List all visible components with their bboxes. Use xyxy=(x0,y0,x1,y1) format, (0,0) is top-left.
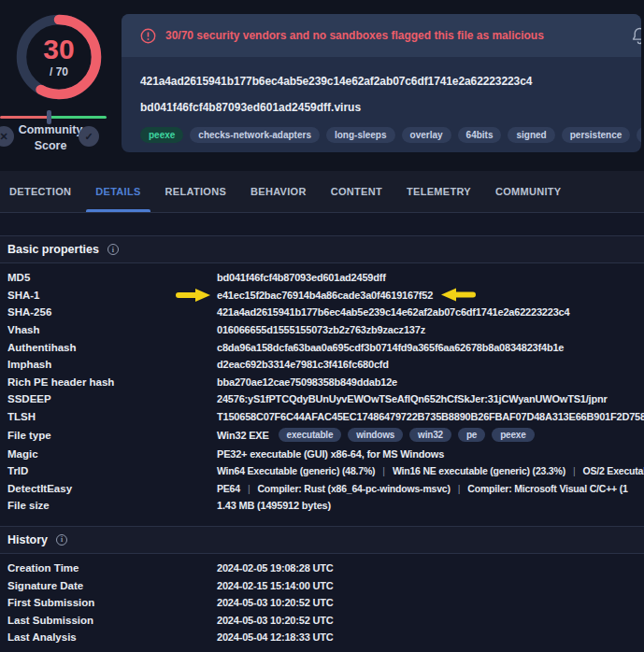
tab-details[interactable]: DETAILS xyxy=(86,171,150,212)
property-value: 2024-02-15 15:14:00 UTC xyxy=(217,580,333,591)
detection-banner-text: 30/70 security vendors and no sandboxes … xyxy=(165,29,544,42)
property-value: d2eac692b3314e7981c3f416fc680cfd xyxy=(217,359,389,370)
property-value: 2024-05-03 10:20:52 UTC xyxy=(217,615,333,626)
section-header: Basic propertiesi xyxy=(0,235,644,263)
details-panel: Basic propertiesiMD5bd041f46fcf4b87093ed… xyxy=(0,213,644,652)
property-label: File size xyxy=(7,500,217,511)
file-type-chip[interactable]: windows xyxy=(348,428,403,442)
property-value: bba270ae12cae75098358b849ddab12e xyxy=(217,376,397,388)
property-value: T150658C07F6C44AFAC45EC17486479722B735B8… xyxy=(217,411,644,422)
tag-chip[interactable]: overlay xyxy=(402,127,451,143)
section-basic-properties: Basic propertiesiMD5bd041f46fcf4b87093ed… xyxy=(0,235,644,515)
property-value: 2024-05-04 12:18:33 UTC xyxy=(217,631,333,643)
property-label: Imphash xyxy=(7,359,217,370)
file-type-chips: executablewindowswin32pepeexe xyxy=(279,428,535,442)
property-row: SSDEEP24576:yS1fPTCQdyBUnUyvEWOwTSeAfIQn… xyxy=(0,390,644,408)
tab-community[interactable]: COMMUNITY xyxy=(486,171,571,212)
property-value: e41ec15f2bac76914b4a86cade3a0f4619167f52 xyxy=(217,288,476,302)
property-label: Magic xyxy=(7,448,217,460)
property-row: Rich PE header hashbba270ae12cae75098358… xyxy=(0,374,644,391)
info-icon[interactable]: i xyxy=(56,534,67,546)
value-part: Win64 Executable (generic) (48.7%) xyxy=(217,465,375,476)
property-table: MD5bd041f46fcf4b87093ed601ad2459dffSHA-1… xyxy=(0,263,644,515)
property-row: File size1.43 MB (1495912 bytes) xyxy=(0,497,644,515)
file-type-chip[interactable]: win32 xyxy=(409,428,451,442)
tag-chip[interactable]: peexe xyxy=(140,127,183,143)
tab-relations[interactable]: RELATIONS xyxy=(156,171,236,212)
property-row: SHA-1e41ec15f2bac76914b4a86cade3a0f46191… xyxy=(0,287,644,305)
property-row: TrIDWin64 Executable (generic) (48.7%)Wi… xyxy=(0,462,644,480)
section-title: History xyxy=(7,533,48,546)
tag-list: peexechecks-network-adapterslong-sleepso… xyxy=(140,127,623,143)
property-row: MD5bd041f46fcf4b87093ed601ad2459dff xyxy=(0,269,644,287)
property-label: Authentihash xyxy=(7,342,217,353)
file-type-chip[interactable]: pe xyxy=(458,428,485,442)
property-label: TLSH xyxy=(7,411,217,422)
file-name[interactable]: bd041f46fcf4b87093ed601ad2459dff.virus xyxy=(140,100,623,115)
tab-bar: DETECTIONDETAILSRELATIONSBEHAVIORCONTENT… xyxy=(0,171,644,213)
property-label: Rich PE header hash xyxy=(7,376,217,388)
property-label: Creation Time xyxy=(7,562,217,574)
property-value: PE64Compiler: Rust (x86_64-pc-windows-ms… xyxy=(217,483,628,494)
property-label: Last Submission xyxy=(7,615,217,626)
tab-telemetry[interactable]: TELEMETRY xyxy=(397,171,480,212)
annotation-arrow-left xyxy=(176,288,211,302)
property-label: Vhash xyxy=(7,324,217,335)
property-value: 016066655d1555155073zb2z763zb9zacz137z xyxy=(217,324,425,335)
property-value: 24576:yS1fPTCQdyBUnUyvEWOwTSeAfIQn652hCf… xyxy=(217,393,608,404)
tag-chip[interactable]: signed xyxy=(508,127,554,143)
tag-chip[interactable]: 64bits xyxy=(458,127,502,143)
detection-banner: 30/70 security vendors and no sandboxes … xyxy=(122,14,641,57)
property-value: 1.43 MB (1495912 bytes) xyxy=(217,500,331,511)
tab-detection[interactable]: DETECTION xyxy=(0,171,80,212)
property-table: Creation Time2024-02-05 19:08:28 UTCSign… xyxy=(0,554,644,646)
property-row: Vhash016066655d1555155073zb2z763zb9zacz1… xyxy=(0,321,644,339)
file-type-chip[interactable]: executable xyxy=(279,428,342,442)
tag-chip[interactable]: persistence xyxy=(562,127,631,143)
info-icon[interactable]: i xyxy=(107,244,119,255)
annotation-arrow-right xyxy=(440,288,476,302)
property-row: Last Analysis2024-05-04 12:18:33 UTC xyxy=(0,629,644,646)
notification-bell-icon[interactable] xyxy=(632,27,641,45)
property-label: MD5 xyxy=(7,272,217,283)
warning-icon xyxy=(140,28,156,44)
tag-chip[interactable]: checks-network-adapters xyxy=(190,127,320,143)
file-type-chip[interactable]: peexe xyxy=(492,428,534,442)
tag-chip[interactable]: detect-debug-environment xyxy=(637,127,641,143)
tab-content[interactable]: CONTENT xyxy=(322,171,392,212)
value-part: OS/2 Executable (generic) xyxy=(565,465,644,476)
detection-score-value: 30 xyxy=(43,35,74,64)
property-row: TLSHT150658C07F6C44AFAC45EC17486479722B7… xyxy=(0,408,644,426)
property-label: SSDEEP xyxy=(7,393,217,404)
property-row: File typeWin32 EXEexecutablewindowswin32… xyxy=(0,425,644,445)
sha1-value: e41ec15f2bac76914b4a86cade3a0f4619167f52 xyxy=(217,290,433,301)
property-value: Win64 Executable (generic) (48.7%)Win16 … xyxy=(217,465,644,476)
property-row: First Submission2024-05-03 10:20:52 UTC xyxy=(0,594,644,612)
property-value: c8da96a158dcfa63baa0a695cdf3b0714fd9a365… xyxy=(217,342,564,353)
property-row: Last Submission2024-05-03 10:20:52 UTC xyxy=(0,612,644,630)
section-history: HistoryiCreation Time2024-02-05 19:08:28… xyxy=(0,526,644,646)
property-value: 2024-05-03 10:20:52 UTC xyxy=(217,597,333,608)
property-label: First Submission xyxy=(7,597,217,608)
file-header: 30 / 70 Community Score ✕ ✓ 30/70 securi… xyxy=(0,0,644,171)
section-header: Historyi xyxy=(0,526,644,554)
property-label: File type xyxy=(7,430,217,441)
value-part: Compiler: Microsoft Visual C/C++ (1 xyxy=(451,483,628,494)
community-score-slider[interactable] xyxy=(0,116,107,119)
property-value: Win32 EXEexecutablewindowswin32pepeexe xyxy=(217,428,535,442)
property-value: 421a4ad2615941b177b6ec4ab5e239c14e62af2a… xyxy=(217,306,569,318)
file-sha256[interactable]: 421a4ad2615941b177b6ec4ab5e239c14e62af2a… xyxy=(140,74,623,89)
property-row: SHA-256421a4ad2615941b177b6ec4ab5e239c14… xyxy=(0,304,644,321)
property-label: SHA-256 xyxy=(7,306,217,318)
tag-chip[interactable]: long-sleeps xyxy=(326,127,395,143)
detection-score-total: / 70 xyxy=(50,65,68,78)
property-label: Signature Date xyxy=(7,580,217,591)
file-identity: 421a4ad2615941b177b6ec4ab5e239c14e62af2a… xyxy=(122,57,641,143)
property-label: Last Analysis xyxy=(7,631,217,643)
property-row: DetectItEasyPE64Compiler: Rust (x86_64-p… xyxy=(0,480,644,498)
vote-harmless-icon[interactable]: ✓ xyxy=(79,126,99,147)
detection-score-gauge: 30 / 70 xyxy=(13,11,105,103)
property-row: Imphashd2eac692b3314e7981c3f416fc680cfd xyxy=(0,356,644,374)
tab-behavior[interactable]: BEHAVIOR xyxy=(241,171,316,212)
property-value: 2024-02-05 19:08:28 UTC xyxy=(217,562,333,574)
